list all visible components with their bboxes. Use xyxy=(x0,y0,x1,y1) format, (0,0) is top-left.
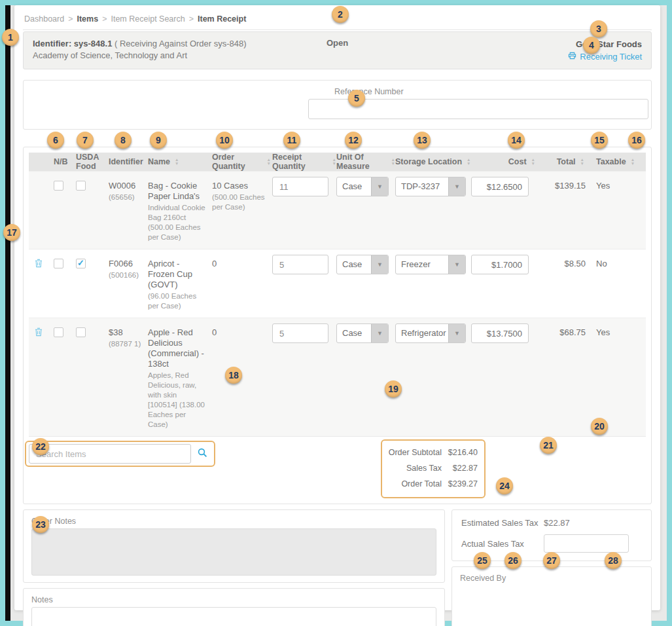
sort-icon[interactable] xyxy=(175,158,179,165)
items-table-card: N/B USDA Food Identifier Name Order Quan… xyxy=(23,147,652,504)
order-totals-highlight: Order Subtotal $216.40 Sales Tax $22.87 … xyxy=(381,439,486,498)
storage-location-select[interactable]: Freezer xyxy=(395,255,466,274)
table-row: W0006 (65656) Bag - Cookie Paper Linda's… xyxy=(29,171,646,249)
page-background: Dashboard>Items>Item Receipt Search>Item… xyxy=(5,5,667,621)
receipt-quantity-input[interactable] xyxy=(272,177,328,196)
unit-of-measure-select[interactable]: Case xyxy=(336,177,389,196)
unit-of-measure-select[interactable]: Case xyxy=(336,323,389,343)
chevron-down-icon[interactable] xyxy=(371,177,388,196)
chevron-down-icon[interactable] xyxy=(371,324,388,342)
total-line-value: $239.27 xyxy=(446,476,478,492)
total-line: Order Total $239.27 xyxy=(389,476,478,492)
usda-food-checkbox[interactable] xyxy=(76,259,86,268)
column-header[interactable]: Cost xyxy=(471,157,537,166)
breadcrumb-item[interactable]: Items xyxy=(77,14,98,24)
receipt-quantity-input[interactable] xyxy=(272,255,328,274)
total-line-label: Order Total xyxy=(401,476,442,492)
column-label: Unit Of Measure xyxy=(336,153,387,171)
order-quantity: 0 xyxy=(212,259,268,269)
column-label: Name xyxy=(148,157,170,166)
receipt-header: Identifier: sys-848.1 ( Receiving Agains… xyxy=(23,31,652,69)
total-line-label: Order Subtotal xyxy=(389,445,442,460)
item-identifier-sub: (88787 1) xyxy=(109,339,148,349)
receiving-ticket-link[interactable]: Receiving Ticket xyxy=(568,50,642,63)
sort-icon[interactable] xyxy=(580,158,584,165)
receipt-quantity-input[interactable] xyxy=(272,323,328,343)
breadcrumb-item[interactable]: Item Receipt xyxy=(198,14,246,24)
delete-item-icon[interactable] xyxy=(35,327,43,339)
column-header[interactable]: Taxable xyxy=(586,157,621,166)
cost-input[interactable] xyxy=(471,323,529,343)
item-name: Apple - Red Delicious (Commercial) - 138… xyxy=(148,327,208,369)
item-identifier-sub: (65656) xyxy=(109,193,148,202)
item-name: Bag - Cookie Paper Linda's xyxy=(148,181,208,202)
search-icon[interactable] xyxy=(198,448,207,460)
line-taxable: Yes xyxy=(586,177,621,242)
sort-icon[interactable] xyxy=(631,158,635,165)
total-line-value: $22.87 xyxy=(446,460,478,476)
breadcrumb-item[interactable]: Dashboard xyxy=(24,14,64,24)
usda-food-checkbox[interactable] xyxy=(76,181,86,191)
breadcrumb-item[interactable]: Item Receipt Search xyxy=(111,14,185,24)
chevron-down-icon[interactable] xyxy=(448,324,465,342)
storage-location-value: Refrigerator xyxy=(396,324,448,342)
column-header[interactable]: Unit Of Measure xyxy=(336,153,395,171)
unit-of-measure-select[interactable]: Case xyxy=(336,255,389,274)
received-by-label: Received By xyxy=(460,574,643,583)
order-notes-label: Order Notes xyxy=(31,517,436,526)
breadcrumb-separator: > xyxy=(102,14,107,24)
column-header[interactable]: Name xyxy=(148,157,212,166)
order-notes-textarea xyxy=(31,528,436,576)
unit-of-measure-value: Case xyxy=(337,255,371,274)
item-name-sub: Apples, Red Delicious, raw, with skin [1… xyxy=(148,371,208,430)
column-header[interactable]: Storage Location xyxy=(395,157,471,166)
status-badge: Open xyxy=(327,38,348,48)
nb-checkbox[interactable] xyxy=(54,259,63,268)
storage-location-select[interactable]: Refrigerator xyxy=(395,323,466,343)
chevron-down-icon[interactable] xyxy=(448,177,465,196)
reference-number-input[interactable] xyxy=(308,99,648,119)
item-name-sub: (96.00 Eaches per Case) xyxy=(148,291,208,311)
column-label: Total xyxy=(557,157,576,166)
usda-food-checkbox[interactable] xyxy=(76,327,86,337)
line-total: $139.15 xyxy=(537,177,586,242)
storage-location-select[interactable]: TDP-3237 xyxy=(395,177,466,196)
receipt-identifier: Identifier: sys-848.1 xyxy=(33,39,112,48)
notes-panel: Notes xyxy=(23,588,445,626)
line-total: $8.50 xyxy=(537,255,586,311)
nb-checkbox[interactable] xyxy=(54,327,63,337)
storage-location-value: TDP-3237 xyxy=(396,177,448,196)
nb-checkbox[interactable] xyxy=(54,181,63,191)
column-header[interactable]: Identifier xyxy=(109,157,148,166)
sort-icon[interactable] xyxy=(531,158,535,165)
item-receipt-page: Dashboard>Items>Item Receipt Search>Item… xyxy=(14,5,660,610)
total-line: Order Subtotal $216.40 xyxy=(389,445,478,460)
reference-number-label: Reference Number xyxy=(334,87,648,96)
column-header[interactable]: Receipt Quantity xyxy=(272,153,336,171)
sort-icon[interactable] xyxy=(467,158,470,165)
order-notes-panel: Order Notes xyxy=(23,509,445,583)
table-body: W0006 (65656) Bag - Cookie Paper Linda's… xyxy=(29,171,646,437)
table-row: F0066 (500166) Apricot - Frozen Cup (GOV… xyxy=(29,249,646,318)
cost-input[interactable] xyxy=(471,255,529,274)
actual-sales-tax-input[interactable] xyxy=(544,534,629,553)
column-label: Receipt Quantity xyxy=(272,153,328,171)
order-quantity: 10 Cases xyxy=(212,181,268,191)
column-header[interactable]: Total xyxy=(537,157,586,166)
line-taxable: No xyxy=(586,255,621,311)
total-line-value: $216.40 xyxy=(446,445,478,460)
notes-textarea[interactable] xyxy=(31,607,436,626)
column-label: Identifier xyxy=(109,157,143,166)
cost-input[interactable] xyxy=(471,177,529,196)
delete-item-icon[interactable] xyxy=(35,259,43,270)
column-header[interactable]: N/B xyxy=(48,157,71,166)
chevron-down-icon[interactable] xyxy=(448,255,465,274)
column-header[interactable]: USDA Food xyxy=(71,153,109,171)
item-identifier: W0006 xyxy=(109,181,148,191)
chevron-down-icon[interactable] xyxy=(371,255,388,274)
breadcrumb-separator: > xyxy=(68,14,73,24)
organization-name: Academy of Science, Technology and Art xyxy=(33,50,247,62)
sort-icon[interactable] xyxy=(267,158,271,165)
search-items-input[interactable] xyxy=(29,444,191,464)
column-header[interactable]: Order Quantity xyxy=(212,153,272,171)
